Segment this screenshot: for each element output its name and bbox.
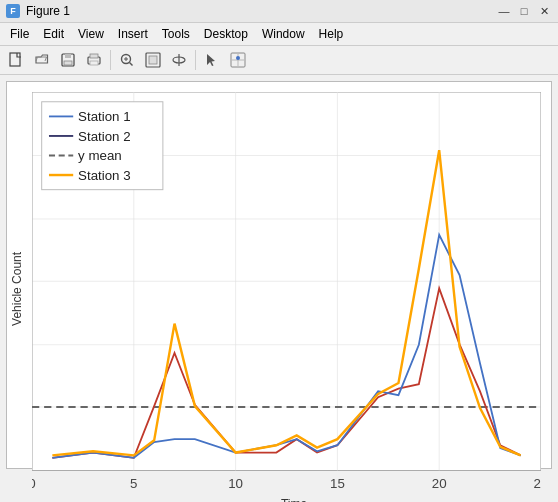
- menu-file[interactable]: File: [4, 25, 35, 43]
- svg-text:25: 25: [534, 476, 541, 491]
- tb-pan-button[interactable]: [141, 49, 165, 71]
- menubar: File Edit View Insert Tools Desktop Wind…: [0, 23, 558, 46]
- title-bar: F Figure 1 — □ ✕: [0, 0, 558, 23]
- tb-datacursor-button[interactable]: [226, 49, 250, 71]
- chart-container: Vehicle Count: [7, 82, 551, 495]
- svg-text:Station 2: Station 2: [78, 129, 131, 144]
- tb-open-button[interactable]: [30, 49, 54, 71]
- menu-insert[interactable]: Insert: [112, 25, 154, 43]
- window-controls: — □ ✕: [496, 4, 552, 18]
- svg-text:10: 10: [228, 476, 243, 491]
- chart-svg: 0 50 100 150 200 250 300 0 5 10 15 20 25: [32, 92, 541, 495]
- y-axis-label: Vehicle Count: [7, 82, 27, 495]
- svg-rect-2: [65, 54, 71, 58]
- tb-new-button[interactable]: [4, 49, 28, 71]
- svg-rect-6: [90, 61, 98, 65]
- tb-save-button[interactable]: [56, 49, 80, 71]
- svg-text:0: 0: [32, 476, 36, 491]
- tb-cursor-button[interactable]: [200, 49, 224, 71]
- svg-marker-15: [207, 54, 215, 66]
- menu-window[interactable]: Window: [256, 25, 311, 43]
- app-icon: F: [6, 4, 20, 18]
- svg-text:Station 1: Station 1: [78, 109, 131, 124]
- svg-text:15: 15: [330, 476, 345, 491]
- menu-desktop[interactable]: Desktop: [198, 25, 254, 43]
- svg-line-8: [130, 63, 133, 66]
- svg-point-19: [236, 56, 240, 60]
- toolbar-separator-2: [195, 50, 196, 70]
- chart-inner[interactable]: 0 50 100 150 200 250 300 0 5 10 15 20 25: [27, 82, 551, 495]
- window-title: Figure 1: [26, 4, 70, 18]
- svg-text:y mean: y mean: [78, 148, 122, 163]
- tb-zoom-button[interactable]: [115, 49, 139, 71]
- close-button[interactable]: ✕: [536, 4, 552, 18]
- svg-rect-0: [10, 53, 20, 66]
- svg-rect-3: [64, 61, 72, 65]
- plot-area: Vehicle Count: [6, 81, 552, 469]
- toolbar-separator-1: [110, 50, 111, 70]
- svg-rect-12: [149, 56, 157, 64]
- minimize-button[interactable]: —: [496, 4, 512, 18]
- menu-tools[interactable]: Tools: [156, 25, 196, 43]
- svg-text:20: 20: [432, 476, 447, 491]
- svg-rect-5: [90, 54, 98, 58]
- menu-edit[interactable]: Edit: [37, 25, 70, 43]
- svg-text:5: 5: [130, 476, 137, 491]
- toolbar: [0, 46, 558, 75]
- tb-rotate3d-button[interactable]: [167, 49, 191, 71]
- maximize-button[interactable]: □: [516, 4, 532, 18]
- menu-help[interactable]: Help: [313, 25, 350, 43]
- svg-text:Station 3: Station 3: [78, 168, 131, 183]
- menu-view[interactable]: View: [72, 25, 110, 43]
- tb-print-button[interactable]: [82, 49, 106, 71]
